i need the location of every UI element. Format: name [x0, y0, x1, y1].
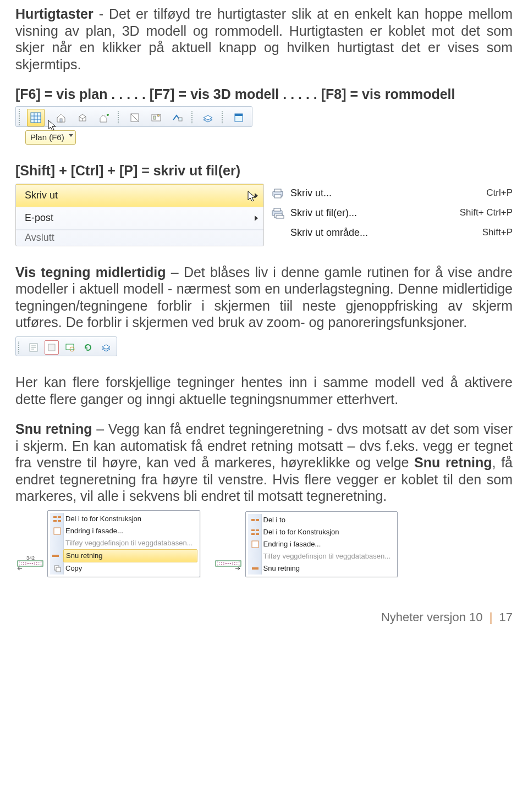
toolbar-btn-6[interactable] — [147, 109, 165, 126]
paragraph-hurtigtaster: Hurtigtaster - Det er tilføyd tre hurtig… — [15, 5, 513, 73]
ctx-right-group: Del i to Del i to for Konstruksjon Endri… — [213, 511, 398, 577]
ctx-left-group: 342 Del i to for Konstruksjon Endring i … — [15, 510, 200, 577]
heading-hurtigtaster: Hurtigtaster — [15, 6, 94, 21]
shortcuts-line: [F6] = vis plan . . . . . [F7] = vis 3D … — [15, 86, 513, 103]
toolbar-btn-7[interactable] — [169, 109, 186, 126]
tooltip-label: Plan (F6) — [30, 132, 64, 142]
ctx-item[interactable]: Endring i fasade... — [65, 525, 197, 537]
house-plus-icon — [98, 112, 109, 123]
menu-item-epost[interactable]: E-post — [16, 207, 263, 230]
footer-page-number: 17 — [499, 610, 513, 624]
printer-stack-icon — [271, 207, 285, 219]
chevron-down-icon — [69, 134, 73, 137]
toolbar-btn-3d[interactable] — [74, 109, 91, 126]
toolbar-grip-icon — [18, 109, 21, 126]
toolbar-grip-icon — [190, 111, 194, 124]
menu-item-print[interactable]: Skriv ut — [16, 184, 263, 207]
tooltip-plan: Plan (F6) — [25, 130, 76, 145]
svg-rect-41 — [251, 533, 255, 535]
ctx-item[interactable]: Copy — [65, 562, 197, 575]
screen-icon — [65, 343, 75, 352]
refresh-icon — [83, 343, 93, 352]
svg-rect-35 — [56, 567, 61, 572]
svg-rect-43 — [252, 541, 258, 548]
toolbar-plan — [15, 106, 252, 127]
svg-rect-17 — [274, 195, 281, 198]
svg-rect-0 — [31, 113, 41, 123]
ctx-item[interactable]: Snu retning — [263, 562, 395, 575]
layers-icon — [101, 343, 111, 352]
ctx-item-disabled: Tilføy veggdefinsjon til veggdatabasen..… — [65, 537, 197, 549]
toolbar-btn-plan[interactable] — [27, 109, 45, 126]
facade-icon — [52, 526, 62, 536]
svg-rect-29 — [58, 516, 61, 518]
menu-item-exit[interactable]: Avslutt — [16, 230, 263, 246]
mini-btn-3[interactable] — [63, 340, 77, 355]
footer-separator: | — [490, 610, 493, 624]
heading-vis-tegning: Vis tegning midlertidig — [15, 264, 166, 280]
heading-snu-retning: Snu retning — [15, 421, 92, 437]
facade-icon — [250, 539, 260, 549]
database-icon — [250, 551, 260, 561]
mini-btn-5[interactable] — [99, 340, 113, 355]
print-shortcut-line: [Shift] + [Ctrl] + [P] = skriv ut fil(er… — [15, 162, 513, 179]
toolbar-btn-add[interactable] — [95, 109, 113, 126]
mini-toolbar — [15, 336, 117, 357]
toolbar-btn-8[interactable] — [199, 109, 217, 126]
svg-rect-23 — [48, 344, 55, 351]
svg-rect-32 — [54, 528, 61, 534]
menu-left: Skriv ut E-post Avslutt — [15, 184, 264, 246]
ctx-item-disabled: Tilføy veggdefinsjon til veggdatabasen..… — [263, 550, 395, 562]
paragraph-flere-tegninger: Her kan flere forskjellige tegninger hen… — [15, 374, 513, 407]
copy-icon — [52, 564, 62, 573]
toolbar-grip-icon — [221, 111, 224, 124]
mini-btn-selected[interactable] — [45, 340, 59, 355]
svg-rect-19 — [274, 208, 280, 211]
page-footer: Nyheter versjon 10 | 17 — [15, 610, 513, 639]
split-icon — [250, 515, 260, 525]
footer-title: Nyheter versjon 10 — [381, 610, 483, 624]
svg-rect-39 — [251, 529, 255, 531]
wall-thumb-left: 342 — [15, 549, 44, 577]
room-icon — [151, 112, 162, 123]
mini-btn-1[interactable] — [26, 340, 41, 355]
figure-context-menus: 342 Del i to for Konstruksjon Endring i … — [15, 510, 513, 577]
ctx-item[interactable]: Endring i fasade... — [263, 538, 395, 550]
svg-rect-38 — [256, 519, 259, 521]
svg-rect-40 — [256, 529, 259, 531]
toolbar-btn-5[interactable] — [126, 109, 144, 126]
paragraph-vis-tegning: Vis tegning midlertidig – Det blåses liv… — [15, 264, 513, 331]
ctx-item[interactable]: Del i to — [263, 514, 395, 526]
split-icon — [52, 514, 62, 524]
layers-icon — [202, 112, 213, 123]
database-icon — [52, 538, 62, 548]
section-icon — [129, 112, 140, 123]
context-menu-left: Del i to for Konstruksjon Endring i fasa… — [47, 510, 200, 577]
wall-thumb-right — [213, 549, 242, 577]
svg-rect-21 — [276, 216, 284, 218]
ctx-item-selected[interactable]: Snu retning — [63, 549, 197, 562]
figure-mini-toolbar — [15, 336, 117, 357]
svg-rect-12 — [179, 118, 182, 121]
figure-toolbar-plan: Plan (F6) — [15, 106, 513, 145]
context-menu-right: Del i to Del i to for Konstruksjon Endri… — [245, 511, 398, 577]
submenu-item-print-area[interactable]: Skriv ut område... Shift+P — [271, 223, 513, 243]
flip-icon — [51, 551, 61, 561]
ctx-item[interactable]: Del i to for Konstruksjon — [263, 526, 395, 538]
blank-icon — [271, 227, 285, 239]
toolbar-grip-icon — [17, 341, 20, 354]
ctx-item[interactable]: Del i to for Konstruksjon — [65, 513, 197, 525]
toolbar-grip-icon — [117, 111, 120, 124]
svg-rect-5 — [60, 119, 62, 122]
cursor-icon — [247, 190, 257, 206]
mini-btn-4[interactable] — [81, 340, 95, 355]
printer-icon — [271, 187, 285, 200]
cube-house-icon — [77, 112, 88, 123]
svg-rect-37 — [251, 519, 255, 521]
svg-rect-16 — [274, 189, 281, 192]
submenu-item-print[interactable]: Skriv ut... Ctrl+P — [271, 184, 513, 203]
submenu-item-print-file[interactable]: Skriv ut fil(er)... Shift+ Ctrl+P — [271, 203, 513, 223]
toolbar-btn-9[interactable] — [230, 109, 248, 126]
svg-rect-14 — [235, 114, 243, 116]
submenu-print: Skriv ut... Ctrl+P Skriv ut fil(er)... S… — [271, 184, 513, 243]
